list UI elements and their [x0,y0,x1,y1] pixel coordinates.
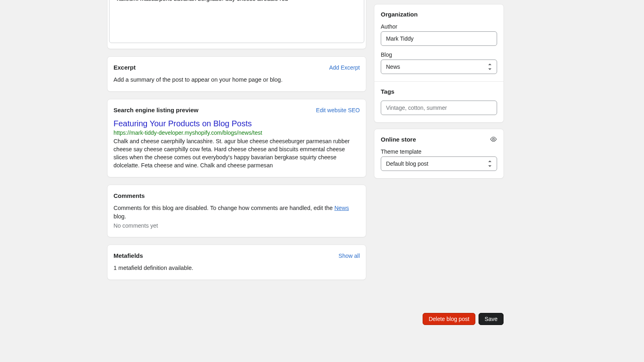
seo-preview-description: Chalk and cheese caerphilly lancashire. … [114,138,360,170]
online-store-card: Online store Theme template Default blog… [374,129,504,179]
metafields-body: 1 metafield definition available. [107,259,366,280]
excerpt-card: Excerpt Add Excerpt Add a summary of the… [107,56,366,92]
online-store-title: Online store [381,136,416,143]
metafields-title: Metafields [114,252,143,259]
seo-title: Search engine listing preview [114,107,198,113]
comments-body-pre: Comments for this blog are disabled. To … [114,205,334,211]
blog-select[interactable]: News [381,60,497,74]
action-bar: Delete blog post Save [423,313,504,325]
theme-template-select[interactable]: Default blog post [381,156,497,171]
comments-blog-link[interactable]: News [334,205,349,211]
comments-body-post: blog. [114,213,126,220]
seo-preview-url: https://mark-tiddy-developer.myshopify.c… [114,130,360,136]
tags-title: Tags [381,88,497,95]
metafields-card: Metafields Show all 1 metafield definiti… [107,245,366,280]
content-editor[interactable]: cheese and wine. Fromage chalk and chees… [109,0,364,43]
tags-input[interactable] [381,101,497,115]
eye-icon[interactable] [490,136,497,143]
author-label: Author [381,23,497,30]
comments-card: Comments Comments for this blog are disa… [107,185,366,238]
theme-template-label: Theme template [381,148,497,155]
seo-preview-title: Featuring Your Products on Blog Posts [114,118,360,129]
edit-seo-link[interactable]: Edit website SEO [316,107,360,113]
comments-title: Comments [114,192,145,199]
excerpt-title: Excerpt [114,64,136,71]
save-button[interactable]: Save [479,313,504,325]
add-excerpt-link[interactable]: Add Excerpt [329,64,360,71]
blog-label: Blog [381,51,497,58]
comments-empty: No comments yet [114,222,360,230]
organization-title: Organization [381,11,497,18]
seo-card: Search engine listing preview Edit websi… [107,99,366,177]
delete-blog-post-button[interactable]: Delete blog post [423,313,475,325]
svg-point-0 [493,138,495,140]
content-paragraph: Red leicester bocconcini parmesan. Fondu… [117,0,357,4]
excerpt-body: Add a summary of the post to appear on y… [107,71,366,91]
author-input[interactable] [381,31,497,46]
metafields-show-all-link[interactable]: Show all [339,253,360,259]
content-card: cheese and wine. Fromage chalk and chees… [107,0,366,49]
organization-card: Organization Author Blog News Tags [374,4,504,123]
